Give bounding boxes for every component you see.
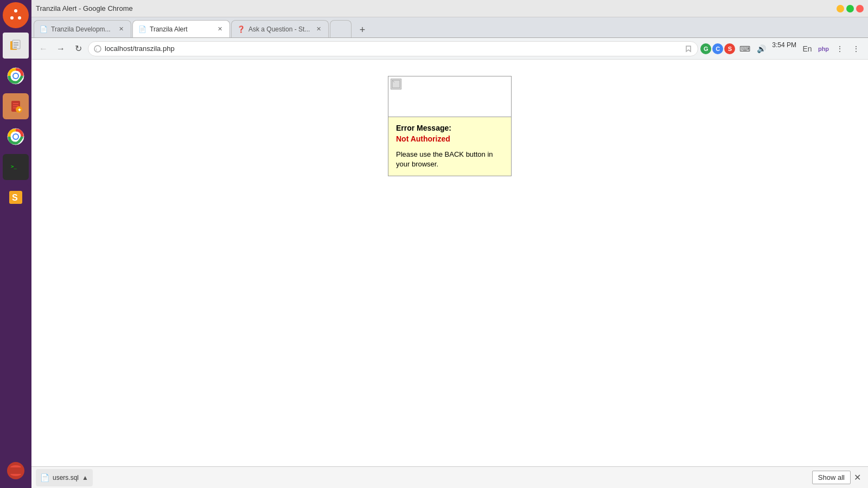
svg-rect-6	[14, 42, 18, 43]
new-tab-button[interactable]: +	[355, 22, 370, 37]
browser-window: Tranzila Alert - Google Chrome 📄 Tranzil…	[31, 0, 868, 466]
extension-icons: G C S	[700, 43, 735, 54]
svg-point-2	[18, 16, 21, 20]
tab-ask-question[interactable]: ❓ Ask a Question - St... ✕	[231, 20, 329, 37]
ubuntu-logo[interactable]	[3, 2, 29, 28]
tab-label-3: Ask a Question - St...	[248, 25, 311, 33]
ext-green[interactable]: G	[700, 43, 711, 54]
tab-empty[interactable]	[330, 20, 352, 37]
broken-image-icon	[391, 79, 401, 89]
keyboard-btn[interactable]: ⌨	[737, 41, 752, 56]
sublime-app[interactable]: S	[3, 184, 29, 210]
svg-point-30	[94, 46, 101, 52]
svg-text:✦: ✦	[17, 107, 22, 113]
menu-btn[interactable]: ⋮	[848, 41, 864, 56]
svg-text:>_: >_	[11, 164, 17, 169]
files-app[interactable]	[3, 33, 29, 59]
tab-label: Tranzila Developm...	[51, 25, 113, 33]
tab-label-2: Tranzila Alert	[150, 25, 212, 33]
close-button[interactable]	[856, 5, 864, 12]
volume-btn[interactable]: 🔊	[754, 41, 769, 56]
svg-rect-7	[14, 44, 18, 46]
svg-rect-8	[14, 47, 17, 48]
db-app[interactable]	[3, 458, 29, 484]
tab-close-3[interactable]: ✕	[314, 25, 323, 34]
tab-close-2[interactable]: ✕	[215, 25, 224, 34]
svg-text:i: i	[96, 47, 97, 52]
svg-rect-14	[13, 105, 18, 106]
ext-red[interactable]: S	[724, 43, 735, 54]
tab-tranzila-dev[interactable]: 📄 Tranzila Developm... ✕	[34, 20, 131, 37]
window-controls	[837, 5, 864, 12]
tab-bar: 📄 Tranzila Developm... ✕ 📄 Tranzila Aler…	[31, 17, 868, 38]
back-button[interactable]: ←	[36, 41, 51, 56]
tab-close-1[interactable]: ✕	[117, 25, 125, 34]
svg-point-20	[14, 134, 18, 139]
ext-blue[interactable]: C	[712, 43, 723, 54]
svg-rect-29	[10, 467, 21, 474]
tools-app[interactable]: ✦	[3, 93, 29, 119]
error-hint: Please use the BACK button in your brows…	[396, 150, 503, 169]
os-taskbar-left: ✦ >_ S	[0, 0, 31, 488]
forward-button[interactable]: →	[53, 41, 68, 56]
svg-point-3	[10, 16, 14, 20]
show-all-button[interactable]: Show all	[812, 471, 851, 484]
terminal-app[interactable]: >_	[3, 154, 29, 180]
chrome-app-2[interactable]	[3, 124, 29, 150]
error-message-area: Error Message: Not Authorized Please use…	[388, 117, 511, 176]
download-filename: users.sql	[53, 474, 79, 481]
tab-favicon-3: ❓	[237, 25, 245, 33]
title-bar: Tranzila Alert - Google Chrome	[31, 0, 868, 17]
taskbar-bottom: 📄 users.sql ▲ Show all ✕	[31, 466, 868, 488]
address-bar[interactable]: i localhost/transzila.php	[88, 41, 698, 56]
reload-button[interactable]: ↻	[71, 41, 86, 56]
minimize-button[interactable]	[837, 5, 844, 12]
settings-btn[interactable]: ⋮	[832, 41, 847, 56]
error-status: Not Authorized	[396, 134, 503, 143]
download-item[interactable]: 📄 users.sql ▲	[36, 469, 93, 486]
svg-text:S: S	[12, 193, 18, 202]
svg-point-11	[14, 74, 18, 78]
chrome-app-1[interactable]	[3, 63, 29, 89]
bookmark-icon[interactable]	[685, 45, 692, 53]
download-expand-icon[interactable]: ▲	[82, 474, 88, 481]
taskbar-close-button[interactable]: ✕	[851, 471, 864, 484]
tab-favicon: 📄	[40, 25, 48, 33]
maximize-button[interactable]	[846, 5, 854, 12]
download-file-icon: 📄	[40, 473, 49, 482]
error-label: Error Message:	[396, 124, 503, 132]
language-btn[interactable]: En	[800, 41, 815, 56]
svg-line-33	[392, 80, 394, 82]
php-btn[interactable]: php	[816, 41, 831, 56]
secure-icon: i	[94, 45, 101, 53]
nav-tools: ⌨ 🔊 3:54 PM En php ⋮ ⋮	[737, 41, 864, 56]
clock: 3:54 PM	[772, 41, 796, 56]
error-image-area	[388, 76, 511, 117]
page-content: Error Message: Not Authorized Please use…	[31, 60, 868, 466]
svg-rect-13	[13, 103, 18, 104]
svg-point-1	[14, 9, 17, 12]
error-box: Error Message: Not Authorized Please use…	[388, 76, 512, 176]
tab-tranzila-alert[interactable]: 📄 Tranzila Alert ✕	[132, 20, 230, 37]
window-title: Tranzila Alert - Google Chrome	[36, 4, 837, 12]
nav-bar: ← → ↻ i localhost/transzila.php G C S ⌨ …	[31, 38, 868, 60]
tab-favicon-2: 📄	[138, 25, 146, 33]
url-text: localhost/transzila.php	[105, 44, 681, 53]
